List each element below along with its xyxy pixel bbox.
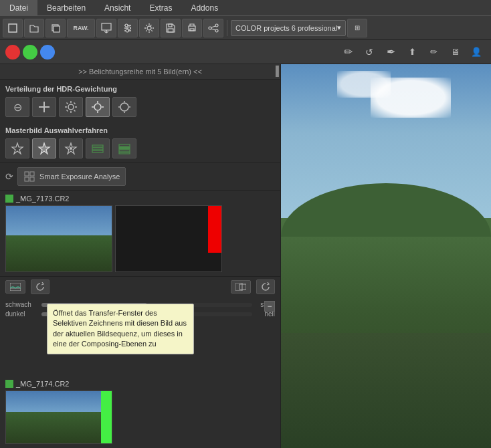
- pen-tool-button[interactable]: ✏: [338, 43, 357, 62]
- svg-rect-52: [119, 152, 130, 154]
- svg-line-20: [211, 29, 215, 30]
- svg-point-37: [120, 103, 128, 111]
- app-selector-label: COLOR projects 6 professional: [235, 24, 337, 32]
- menu-datei[interactable]: Datei: [0, 0, 37, 15]
- image-2-thumbnail: [5, 390, 112, 444]
- svg-rect-51: [119, 150, 130, 152]
- svg-point-18: [215, 29, 218, 32]
- image-1-filename: _MG_7173.CR2: [16, 195, 70, 203]
- sliders-button[interactable]: [118, 19, 138, 37]
- extra-btn[interactable]: ⊞: [347, 19, 367, 37]
- hdr-btn-equal[interactable]: ⊖: [5, 97, 29, 117]
- share-button[interactable]: [203, 19, 223, 37]
- photo-cloud-2: [337, 71, 391, 98]
- image-1-thumbnail: [5, 205, 112, 272]
- panel-resize-handle[interactable]: ▐: [272, 66, 279, 76]
- open-button[interactable]: [24, 19, 44, 37]
- svg-rect-50: [119, 147, 130, 149]
- svg-line-30: [74, 103, 76, 104]
- user-tool-button[interactable]: 👤: [467, 43, 486, 62]
- image-1-label: _MG_7173.CR2: [5, 195, 275, 203]
- svg-point-17: [215, 24, 218, 27]
- save-button[interactable]: [161, 19, 181, 37]
- secondary-toolbar: ✏ ↺ ✒ ⬆ ✏ 🖥 👤: [0, 40, 491, 64]
- raw-button[interactable]: RAW.: [67, 19, 95, 37]
- menu-addons[interactable]: Addons: [181, 0, 227, 15]
- svg-rect-3: [102, 23, 111, 30]
- menu-bearbeiten[interactable]: Bearbeiten: [37, 0, 95, 15]
- image-1-status-indicator: [5, 195, 13, 203]
- svg-rect-13: [168, 29, 173, 32]
- new-button[interactable]: [3, 19, 23, 37]
- red-dot-button[interactable]: [5, 45, 20, 60]
- master-btn-star3[interactable]: [59, 138, 83, 158]
- hdr-btn-sun2[interactable]: [86, 97, 110, 117]
- image-2-green-bar: [101, 391, 112, 443]
- image-1-refresh-btn[interactable]: [256, 279, 275, 294]
- left-panel: >> Belichtungsreihe mit 5 Bild(ern) << ▐…: [0, 64, 281, 448]
- import-button[interactable]: [96, 19, 116, 37]
- hdr-icon-row: ⊖: [0, 96, 280, 121]
- print-button[interactable]: [182, 19, 202, 37]
- svg-marker-43: [39, 143, 50, 154]
- image-2-preview-row: [5, 390, 275, 444]
- settings-button[interactable]: [139, 19, 159, 37]
- image-2-label: _MG_7174.CR2: [5, 380, 275, 388]
- svg-line-31: [67, 110, 68, 112]
- master-section-title: Masterbild Auswahlverfahren: [0, 121, 280, 137]
- hdr-btn-sun3[interactable]: [112, 97, 136, 117]
- app-selector-dropdown[interactable]: COLOR projects 6 professional ▾: [231, 20, 346, 36]
- smart-exposure-label: Smart Exposure Analyse: [39, 173, 120, 181]
- svg-point-8: [125, 24, 128, 27]
- image-1-thumbnail-btn[interactable]: [5, 280, 25, 294]
- image-item-1: _MG_7173.CR2: [0, 191, 280, 277]
- exposure-header: >> Belichtungsreihe mit 5 Bild(ern) <<: [0, 64, 280, 80]
- tooltip-box: Öffnet das Transfer-Fenster des Selektiv…: [47, 304, 194, 354]
- image-1-reset-btn[interactable]: [31, 279, 50, 294]
- hdr-btn-cross[interactable]: [32, 97, 56, 117]
- master-btn-star1[interactable]: [5, 138, 29, 158]
- main-layout: >> Belichtungsreihe mit 5 Bild(ern) << ▐…: [0, 64, 491, 448]
- image-1-transfer-btn[interactable]: [231, 280, 251, 294]
- hdr-btn-sun1[interactable]: [59, 97, 83, 117]
- svg-rect-55: [25, 177, 29, 181]
- blue-dot-button[interactable]: [40, 45, 55, 60]
- refresh-icon[interactable]: ⟳: [5, 171, 13, 182]
- stamp-tool-button[interactable]: ⬆: [403, 43, 421, 62]
- svg-point-11: [147, 26, 151, 30]
- menu-extras[interactable]: Extras: [140, 0, 181, 15]
- menu-ansicht[interactable]: Ansicht: [95, 0, 140, 15]
- green-dot-button[interactable]: [23, 45, 37, 60]
- copy-button[interactable]: [45, 19, 66, 37]
- svg-line-29: [74, 110, 76, 112]
- dropdown-arrow-icon: ▾: [337, 23, 341, 32]
- image-1-preview-row: [5, 205, 275, 272]
- undo-tool-button[interactable]: ↺: [360, 43, 379, 62]
- main-toolbar: RAW. COLOR projects 6 professional ▾ ⊞: [0, 16, 491, 40]
- smart-exposure-row: ⟳ Smart Exposure Analyse: [0, 162, 280, 191]
- monitor-tool-button[interactable]: 🖥: [446, 43, 464, 62]
- menu-bar: Datei Bearbeiten Ansicht Extras Addons: [0, 0, 491, 16]
- svg-rect-12: [169, 24, 172, 27]
- master-btn-layers1[interactable]: [86, 138, 110, 158]
- collapse-btn[interactable]: −: [264, 301, 275, 312]
- svg-rect-46: [92, 145, 103, 147]
- hdr-section-title: Verteilung der HDR-Gewichtung: [0, 80, 280, 96]
- image-item-2: _MG_7174.CR2: [0, 376, 280, 448]
- svg-line-28: [67, 103, 68, 104]
- svg-marker-42: [12, 143, 23, 154]
- svg-point-23: [68, 104, 74, 110]
- svg-rect-0: [9, 24, 17, 32]
- svg-point-10: [126, 29, 128, 32]
- image-2-filename: _MG_7174.CR2: [16, 380, 70, 388]
- exposure-header-text: >> Belichtungsreihe mit 5 Bild(ern) <<: [78, 68, 202, 76]
- smart-exposure-button[interactable]: Smart Exposure Analyse: [17, 167, 126, 186]
- eraser-tool-button[interactable]: ✏: [424, 43, 443, 62]
- master-btn-layers2[interactable]: [112, 138, 136, 158]
- master-btn-star2[interactable]: [32, 138, 56, 158]
- tooltip-text: Öffnet das Transfer-Fenster des Selektiv…: [53, 309, 187, 348]
- photo-town: [281, 333, 491, 448]
- brush-tool-button[interactable]: ✒: [381, 43, 400, 62]
- image-1-histogram: [115, 205, 222, 272]
- svg-line-19: [211, 26, 215, 27]
